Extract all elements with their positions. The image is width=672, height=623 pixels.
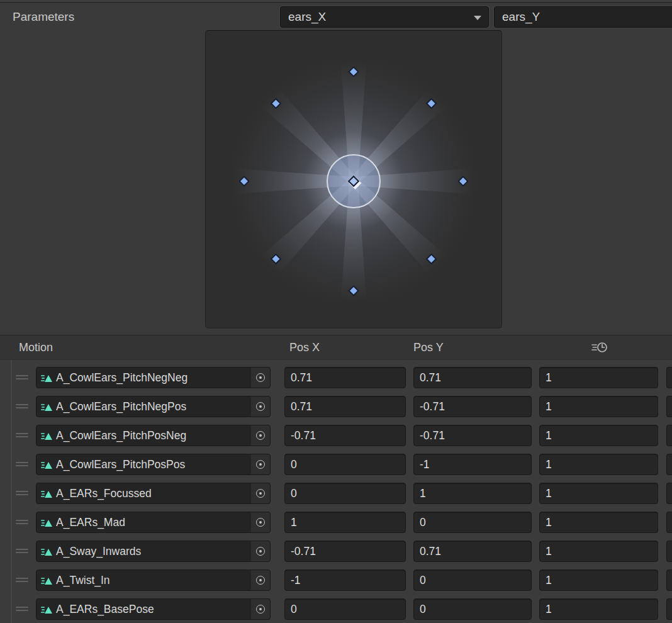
pos-x-input[interactable] bbox=[284, 483, 406, 504]
animation-clip-icon bbox=[41, 605, 53, 614]
motion-object-field[interactable]: A_CowlEars_PitchPosPos bbox=[36, 454, 271, 475]
pos-y-input[interactable] bbox=[413, 454, 532, 475]
speed-input[interactable] bbox=[539, 541, 658, 562]
motion-object-field[interactable]: A_CowlEars_PitchPosNeg bbox=[36, 425, 271, 446]
motion-row: A_CowlEars_PitchNegPos bbox=[0, 396, 672, 417]
motion-clip-name: A_Sway_Inwards bbox=[56, 545, 251, 558]
drag-handle-icon[interactable] bbox=[16, 396, 28, 417]
mirror-field-cutoff[interactable] bbox=[666, 454, 672, 475]
motion-row: A_Twist_In bbox=[0, 570, 672, 591]
motion-clip-name: A_EARs_BasePose bbox=[56, 603, 251, 616]
pos-y-input[interactable] bbox=[413, 483, 532, 504]
pos-x-input[interactable] bbox=[284, 425, 406, 446]
object-picker-icon[interactable] bbox=[251, 541, 270, 561]
motion-row: A_CowlEars_PitchPosPos bbox=[0, 454, 672, 475]
speed-input[interactable] bbox=[539, 570, 658, 591]
pos-y-input[interactable] bbox=[413, 396, 532, 417]
animation-clip-icon bbox=[41, 576, 53, 585]
drag-handle-icon[interactable] bbox=[16, 512, 28, 533]
speed-input[interactable] bbox=[539, 425, 658, 446]
drag-handle-icon[interactable] bbox=[16, 367, 28, 388]
motion-row: A_CowlEars_PitchNegNeg bbox=[0, 367, 672, 388]
speed-input[interactable] bbox=[539, 396, 658, 417]
parameters-label: Parameters bbox=[13, 10, 74, 24]
object-picker-icon[interactable] bbox=[251, 599, 270, 619]
pos-y-input[interactable] bbox=[413, 598, 532, 620]
motion-object-field[interactable]: A_Sway_Inwards bbox=[36, 541, 271, 562]
motion-object-field[interactable]: A_CowlEars_PitchNegPos bbox=[36, 396, 271, 417]
mirror-field-cutoff[interactable] bbox=[666, 598, 672, 620]
motion-row: A_EARs_BasePose bbox=[0, 598, 672, 620]
motion-row: A_CowlEars_PitchPosNeg bbox=[0, 425, 672, 446]
chevron-down-icon bbox=[474, 16, 481, 20]
object-picker-icon[interactable] bbox=[251, 570, 270, 590]
motion-object-field[interactable]: A_Twist_In bbox=[36, 570, 271, 591]
speed-input[interactable] bbox=[539, 367, 658, 388]
object-picker-icon[interactable] bbox=[251, 483, 270, 503]
mirror-field-cutoff[interactable] bbox=[666, 425, 672, 446]
pos-y-column-header: Pos Y bbox=[413, 335, 444, 359]
parameter-x-dropdown[interactable]: ears_X bbox=[280, 6, 489, 28]
pos-x-input[interactable] bbox=[284, 396, 406, 417]
object-picker-icon[interactable] bbox=[251, 512, 270, 532]
animation-clip-icon bbox=[41, 402, 53, 412]
pos-x-input[interactable] bbox=[284, 512, 406, 533]
motion-clip-name: A_EARs_Focussed bbox=[56, 487, 251, 500]
speed-input[interactable] bbox=[539, 512, 658, 533]
mirror-field-cutoff[interactable] bbox=[666, 367, 672, 388]
animation-clip-icon bbox=[41, 547, 53, 556]
pos-x-input[interactable] bbox=[284, 570, 406, 591]
pos-y-input[interactable] bbox=[413, 512, 532, 533]
pos-x-column-header: Pos X bbox=[289, 335, 320, 359]
drag-handle-icon[interactable] bbox=[16, 483, 28, 504]
drag-handle-icon[interactable] bbox=[16, 598, 28, 620]
object-picker-icon[interactable] bbox=[251, 368, 270, 388]
drag-handle-icon[interactable] bbox=[16, 425, 28, 446]
mirror-field-cutoff[interactable] bbox=[666, 396, 672, 417]
object-picker-icon[interactable] bbox=[251, 396, 270, 417]
motion-object-field[interactable]: A_EARs_Mad bbox=[36, 512, 271, 533]
pos-x-input[interactable] bbox=[284, 454, 406, 475]
motion-clip-name: A_CowlEars_PitchPosNeg bbox=[56, 429, 251, 442]
object-picker-icon[interactable] bbox=[251, 425, 270, 446]
pos-y-input[interactable] bbox=[413, 570, 532, 591]
mirror-field-cutoff[interactable] bbox=[666, 570, 672, 591]
pos-x-input[interactable] bbox=[284, 598, 406, 620]
pos-y-input[interactable] bbox=[413, 425, 532, 446]
parameter-y-dropdown[interactable]: ears_Y bbox=[494, 6, 672, 28]
animation-clip-icon bbox=[41, 489, 53, 498]
drag-handle-icon[interactable] bbox=[16, 454, 28, 475]
animation-clip-icon bbox=[41, 431, 53, 441]
blend-space-view[interactable] bbox=[205, 30, 502, 328]
mirror-field-cutoff[interactable] bbox=[666, 483, 672, 504]
object-picker-icon[interactable] bbox=[251, 454, 270, 474]
parameter-x-value: ears_X bbox=[288, 10, 326, 24]
motion-row: A_EARs_Focussed bbox=[0, 483, 672, 504]
motion-object-field[interactable]: A_CowlEars_PitchNegNeg bbox=[36, 367, 271, 388]
speed-input[interactable] bbox=[539, 483, 658, 504]
animation-clip-icon bbox=[41, 518, 53, 527]
drag-handle-icon[interactable] bbox=[16, 541, 28, 562]
pos-y-input[interactable] bbox=[413, 541, 532, 562]
motion-row: A_EARs_Mad bbox=[0, 512, 672, 533]
pos-x-input[interactable] bbox=[284, 541, 406, 562]
mirror-field-cutoff[interactable] bbox=[666, 541, 672, 562]
parameter-y-value: ears_Y bbox=[502, 10, 540, 24]
motion-object-field[interactable]: A_EARs_BasePose bbox=[36, 598, 271, 620]
pos-x-input[interactable] bbox=[284, 367, 406, 388]
pos-y-input[interactable] bbox=[413, 367, 532, 388]
motion-clip-name: A_EARs_Mad bbox=[56, 516, 251, 529]
motion-object-field[interactable]: A_EARs_Focussed bbox=[36, 483, 271, 504]
motion-clip-name: A_Twist_In bbox=[56, 574, 251, 587]
motion-clip-name: A_CowlEars_PitchNegPos bbox=[56, 400, 251, 413]
motion-list: A_CowlEars_PitchNegNeg A_CowlEars_PitchN… bbox=[0, 360, 672, 623]
animation-clip-icon bbox=[41, 460, 53, 469]
drag-handle-icon[interactable] bbox=[16, 570, 28, 591]
speed-clock-icon bbox=[590, 341, 609, 354]
speed-input[interactable] bbox=[539, 598, 658, 620]
animation-clip-icon bbox=[41, 373, 53, 383]
motion-clip-name: A_CowlEars_PitchPosPos bbox=[56, 458, 251, 471]
mirror-field-cutoff[interactable] bbox=[666, 512, 672, 533]
speed-input[interactable] bbox=[539, 454, 658, 475]
motion-clip-name: A_CowlEars_PitchNegNeg bbox=[56, 371, 251, 384]
